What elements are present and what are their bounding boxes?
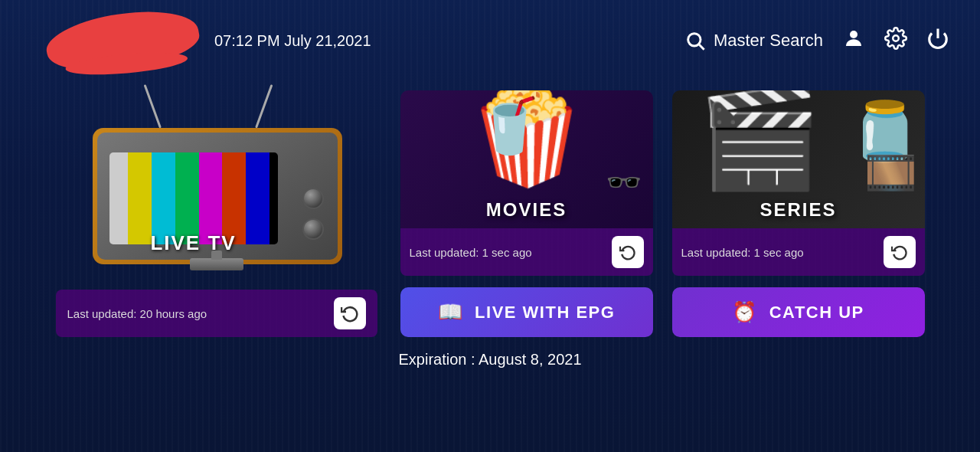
- series-clapper: 🎬: [697, 90, 822, 186]
- series-refresh-button[interactable]: [884, 236, 916, 268]
- tv-stand: [190, 258, 243, 270]
- svg-point-0: [688, 34, 701, 46]
- action-buttons-row: 📖 LIVE WITH EPG ⏰ CATCH UP: [400, 287, 925, 337]
- epg-icon: 📖: [438, 300, 464, 324]
- live-tv-refresh-button[interactable]: [334, 297, 366, 329]
- live-tv-update-text: Last updated: 20 hours ago: [67, 307, 207, 320]
- movies-glasses: 🕶️: [606, 165, 642, 199]
- tv-knob-2: [302, 218, 324, 240]
- live-tv-footer: Last updated: 20 hours ago: [56, 290, 377, 337]
- movies-card: 🍿 🥤 🕶️ MOVIES Last updated: 1 sec ago: [400, 90, 653, 276]
- antenna-right: [255, 84, 273, 128]
- movies-label: MOVIES: [400, 199, 653, 221]
- live-with-epg-button[interactable]: 📖 LIVE WITH EPG: [400, 287, 653, 337]
- header-right: Master Search: [684, 27, 949, 55]
- main-content: LIVE TV Last updated: 20 hours ago: [0, 75, 980, 376]
- search-label: Master Search: [714, 31, 823, 51]
- master-search-button[interactable]: Master Search: [684, 30, 823, 51]
- svg-point-3: [893, 35, 899, 41]
- catch-up-button[interactable]: ⏰ CATCH UP: [672, 287, 925, 337]
- right-section: 🍿 🥤 🕶️ MOVIES Last updated: 1 sec ago: [400, 90, 925, 337]
- series-refresh-icon: [891, 244, 908, 260]
- series-label: SERIES: [672, 199, 925, 221]
- series-reel: 🎞️: [864, 148, 917, 198]
- series-image: 🎬 🫙 🎞️ SERIES: [672, 90, 925, 228]
- catchup-icon: ⏰: [732, 300, 758, 324]
- expiration-text: Expiration : August 8, 2021: [398, 351, 581, 368]
- svg-point-2: [850, 31, 858, 38]
- header: 07:12 PM July 21,2021 Master Search: [0, 0, 980, 75]
- series-footer: Last updated: 1 sec ago: [672, 228, 925, 276]
- movies-image: 🍿 🥤 🕶️ MOVIES: [400, 90, 653, 228]
- tv-screen: [109, 152, 278, 244]
- settings-icon[interactable]: [884, 27, 907, 55]
- datetime: 07:12 PM July 21,2021: [214, 32, 371, 50]
- antenna-left: [143, 84, 161, 128]
- live-tv-card: LIVE TV Last updated: 20 hours ago: [56, 117, 377, 337]
- movies-footer: Last updated: 1 sec ago: [400, 228, 653, 276]
- movies-refresh-icon: [619, 244, 636, 260]
- logo: [42, 1, 202, 80]
- search-icon: [684, 30, 706, 51]
- catchup-label: CATCH UP: [769, 303, 864, 323]
- refresh-icon: [341, 304, 359, 323]
- user-icon[interactable]: [842, 27, 865, 55]
- series-update-text: Last updated: 1 sec ago: [681, 246, 804, 259]
- cards-row: LIVE TV Last updated: 20 hours ago: [56, 90, 925, 337]
- series-card: 🎬 🫙 🎞️ SERIES Last updated: 1 sec ago: [672, 90, 925, 276]
- movies-update-text: Last updated: 1 sec ago: [410, 246, 532, 259]
- movies-cup: 🥤: [476, 94, 543, 157]
- tv-illustration: LIVE TV: [71, 117, 362, 286]
- epg-label: LIVE WITH EPG: [475, 303, 615, 323]
- svg-line-1: [699, 44, 704, 49]
- media-cards-row: 🍿 🥤 🕶️ MOVIES Last updated: 1 sec ago: [400, 90, 925, 276]
- tv-knob-1: [302, 188, 324, 209]
- header-left: 07:12 PM July 21,2021: [46, 14, 371, 67]
- movies-refresh-button[interactable]: [612, 236, 644, 268]
- live-tv-label: LIVE TV: [109, 231, 278, 255]
- power-icon[interactable]: [926, 27, 949, 55]
